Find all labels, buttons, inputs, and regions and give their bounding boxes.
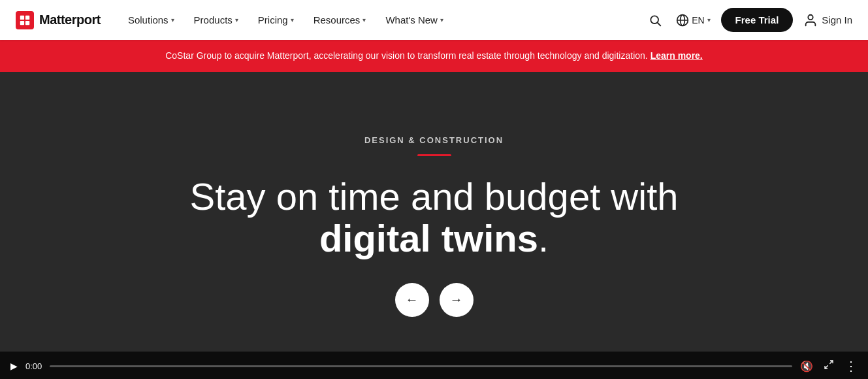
announcement-banner: CoStar Group to acquire Matterport, acce… bbox=[0, 40, 868, 72]
logo-icon bbox=[16, 11, 34, 29]
hero-title-line2: digital twins bbox=[319, 217, 538, 259]
solutions-label: Solutions bbox=[128, 14, 169, 25]
video-icon-group: 🔇 ⋮ bbox=[800, 358, 858, 374]
svg-line-10 bbox=[829, 361, 833, 364]
products-label: Products bbox=[194, 14, 233, 25]
logo-text: Matterport bbox=[39, 12, 101, 27]
video-time: 0:00 bbox=[25, 361, 42, 371]
hero-title-line1: Stay on time and budget with bbox=[189, 175, 678, 218]
svg-rect-1 bbox=[25, 15, 29, 19]
video-controls-bar: ▶ 0:00 🔇 ⋮ bbox=[0, 352, 868, 379]
products-chevron-icon: ▾ bbox=[235, 16, 238, 24]
nav-products[interactable]: Products ▾ bbox=[185, 9, 248, 31]
whats-new-chevron-icon: ▾ bbox=[440, 16, 443, 24]
video-mute-icon[interactable]: 🔇 bbox=[800, 360, 813, 372]
free-trial-button[interactable]: Free Trial bbox=[721, 8, 794, 32]
search-button[interactable] bbox=[645, 10, 666, 31]
hero-divider bbox=[417, 154, 451, 156]
hero-section: DESIGN & CONSTRUCTION Stay on time and b… bbox=[0, 72, 868, 379]
lang-label: EN bbox=[692, 15, 704, 25]
search-icon bbox=[649, 14, 662, 27]
svg-line-11 bbox=[825, 365, 828, 369]
video-play-button[interactable]: ▶ bbox=[10, 361, 18, 371]
whats-new-label: What's New bbox=[385, 14, 438, 25]
language-selector[interactable]: EN ▾ bbox=[676, 14, 710, 27]
user-icon bbox=[803, 13, 818, 27]
svg-line-5 bbox=[658, 22, 661, 25]
navbar: Matterport Solutions ▾ Products ▾ Pricin… bbox=[0, 0, 868, 40]
nav-pricing[interactable]: Pricing ▾ bbox=[249, 9, 303, 31]
svg-rect-0 bbox=[20, 15, 24, 19]
fullscreen-svg bbox=[824, 359, 834, 370]
video-progress-bar[interactable] bbox=[50, 365, 792, 367]
pricing-chevron-icon: ▾ bbox=[291, 16, 294, 24]
sign-in-label: Sign In bbox=[822, 14, 852, 25]
solutions-chevron-icon: ▾ bbox=[171, 16, 174, 24]
nav-whats-new[interactable]: What's New ▾ bbox=[376, 9, 453, 31]
hero-category: DESIGN & CONSTRUCTION bbox=[364, 135, 504, 145]
logo[interactable]: Matterport bbox=[16, 11, 101, 29]
nav-items: Solutions ▾ Products ▾ Pricing ▾ Resourc… bbox=[119, 9, 642, 31]
video-settings-icon[interactable]: ⋮ bbox=[844, 358, 858, 374]
carousel-controls: ← → bbox=[395, 283, 474, 317]
nav-solutions[interactable]: Solutions ▾ bbox=[119, 9, 184, 31]
lang-chevron-icon: ▾ bbox=[707, 16, 711, 24]
svg-rect-2 bbox=[20, 20, 24, 24]
resources-label: Resources bbox=[313, 14, 361, 25]
nav-resources[interactable]: Resources ▾ bbox=[304, 9, 376, 31]
globe-icon bbox=[676, 14, 689, 27]
sign-in-button[interactable]: Sign In bbox=[803, 13, 852, 27]
svg-rect-3 bbox=[25, 20, 29, 24]
carousel-next-button[interactable]: → bbox=[440, 283, 474, 317]
video-fullscreen-icon[interactable] bbox=[824, 359, 834, 372]
carousel-prev-button[interactable]: ← bbox=[395, 283, 429, 317]
pricing-label: Pricing bbox=[258, 14, 288, 25]
hero-title-punct: . bbox=[538, 217, 549, 259]
banner-text: CoStar Group to acquire Matterport, acce… bbox=[165, 50, 648, 61]
resources-chevron-icon: ▾ bbox=[362, 16, 366, 24]
hero-title: Stay on time and budget with digital twi… bbox=[189, 176, 678, 259]
banner-learn-more-link[interactable]: Learn more. bbox=[651, 50, 703, 61]
svg-point-9 bbox=[809, 14, 813, 19]
nav-right: EN ▾ Free Trial Sign In bbox=[645, 8, 852, 32]
matterport-logo-svg bbox=[19, 14, 31, 26]
